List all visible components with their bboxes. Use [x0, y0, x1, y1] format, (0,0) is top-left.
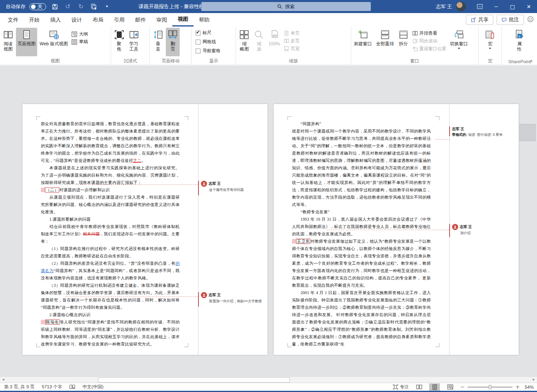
- gridlines-checkbox[interactable]: 网格线: [196, 39, 216, 45]
- thumbnails-button[interactable]: 缩 略图: [237, 28, 251, 56]
- word-count-status[interactable]: 5713 个字: [42, 384, 62, 390]
- maximize-button[interactable]: □: [504, 0, 521, 13]
- scroll-right-icon[interactable]: ►: [532, 378, 535, 381]
- tab-视图[interactable]: 视图: [172, 13, 194, 27]
- paragraph: （二）对课题的进一步理解和认识: [41, 186, 180, 194]
- comment-card[interactable]: 志军 王 加介绍: [452, 224, 517, 235]
- switch-windows-button[interactable]: 切换窗口: [448, 28, 470, 56]
- tracked-change-run: 陈瑞生: [45, 319, 60, 325]
- status-bar: 第 3 页, 共 9 页 5713 个字 中文(中国) 专注 −: [0, 383, 537, 391]
- horizontal-scrollbar[interactable]: ◄ ►: [0, 376, 537, 383]
- focus-icon: [114, 29, 125, 40]
- outline-view-button[interactable]: 大纲: [71, 31, 88, 37]
- new-window-button[interactable]: 新建窗口: [352, 28, 374, 56]
- proofing-status-icon[interactable]: [69, 384, 75, 390]
- page-3-text[interactable]: 群众对高质量教育的需求日益增强，教育信息化逐步普及，基础教育课程改革正在大力推行…: [41, 120, 180, 350]
- scroll-left-icon[interactable]: ◄: [2, 378, 5, 381]
- autosave-toggle-knob: [31, 4, 36, 9]
- collapse-ribbon-icon[interactable]: ∧: [530, 58, 533, 64]
- word-window: 自动保存 关 ↺ ↻ 课题开题报告上传 - 兼容性模式 - 已保存 搜索 志军 …: [0, 0, 537, 392]
- text-run: 。: [141, 158, 145, 163]
- user-name[interactable]: 志军 王: [436, 3, 452, 10]
- draft-view-button[interactable]: 草稿: [71, 39, 88, 45]
- paragraph: 本课题就是在上述的现实背景与实践探索的基础上进行的深化研究。为了进一步明确课题实…: [41, 164, 180, 186]
- text-run: （2）同题异构的差异化还没有完全到位。“异”没有明显的凸显，有: [49, 261, 176, 266]
- tab-帮助[interactable]: 帮助: [194, 13, 215, 27]
- web-layout-view-button[interactable]: [445, 383, 455, 391]
- text-run: 本课题就是在上述的现实背景与实践探索的基础上进行的深化研究。为了进一步明确课题实…: [41, 166, 180, 185]
- search-input[interactable]: 搜索: [201, 2, 371, 11]
- qat-customize-chevron-icon[interactable]: [102, 2, 111, 11]
- paste-icon[interactable]: [89, 2, 98, 11]
- paragraph: “教师专业发展”: [292, 208, 431, 216]
- tab-布局[interactable]: 布局: [87, 13, 109, 27]
- zoom-slider[interactable]: − +: [460, 384, 520, 390]
- ribbon-display-options-icon[interactable]: [472, 0, 488, 13]
- tab-插入[interactable]: 插入: [45, 13, 66, 27]
- macros-button[interactable]: 宏: [483, 28, 497, 56]
- comment-text: 这个编号似乎有些问题: [209, 188, 265, 192]
- tab-文件[interactable]: 文件: [2, 13, 24, 27]
- group-immersive: 聚 焦 学习 工具 沉浸式: [111, 27, 150, 65]
- close-button[interactable]: ✕: [521, 0, 537, 13]
- tab-引用[interactable]: 引用: [109, 13, 130, 27]
- focus-button[interactable]: 聚 焦: [112, 28, 126, 56]
- read-mode-button[interactable]: 阅读 视图: [1, 28, 15, 56]
- web-layout-label: Web 版式视图: [40, 41, 68, 47]
- next-page-sliver: [519, 124, 536, 141]
- autosave-toggle[interactable]: 关: [29, 3, 46, 10]
- autosave-label: 自动保存: [6, 3, 25, 10]
- user-avatar[interactable]: [456, 2, 466, 11]
- crop-mark-icon: [184, 116, 188, 120]
- split-button[interactable]: 拆分: [397, 28, 410, 56]
- zoom-out-icon[interactable]: −: [460, 384, 465, 390]
- properties-button[interactable]: S 属 性: [512, 28, 526, 56]
- vertical-button[interactable]: 垂 直: [151, 28, 165, 56]
- minimize-button[interactable]: ─: [488, 0, 504, 13]
- tab-设计[interactable]: 设计: [66, 13, 87, 27]
- paragraph: 2001 年 4 月 1 日起，国家首次开展全面实施教师资格认定工作，进入实际操…: [292, 289, 431, 348]
- language-status[interactable]: 中文(中国): [82, 384, 103, 390]
- view-side-by-side-button[interactable]: 并排查看: [412, 30, 446, 36]
- undo-icon[interactable]: ↺: [63, 2, 72, 11]
- page-width-label: 页宽: [291, 46, 300, 52]
- page-4[interactable]: “同题异构”就是对同一个课题或同一个教学内容，采用不同的教学设计、不同的教学风格…: [274, 104, 519, 355]
- zoom-slider-track[interactable]: [468, 387, 512, 388]
- share-button[interactable]: 共享: [466, 15, 493, 25]
- paragraph: 从课题立项到现在，我们对该课题进行了深入思考，特别是在课题研究所要解决的问题、核…: [41, 194, 180, 216]
- print-layout-button[interactable]: 页面视图: [16, 28, 37, 56]
- focus-mode-button[interactable]: 专注: [393, 384, 409, 390]
- learning-tools-button[interactable]: 学习 工具: [127, 28, 141, 56]
- side-to-side-button[interactable]: 翻 页: [166, 28, 180, 56]
- multi-page-icon: [284, 38, 289, 44]
- print-layout-view-button[interactable]: [429, 383, 440, 391]
- zoom-in-icon[interactable]: +: [515, 384, 520, 390]
- document-canvas[interactable]: 群众对高质量教育的需求日益增强，教育信息化逐步普及，基础教育课程改革正在大力推行…: [0, 66, 537, 383]
- print-layout-icon: [21, 29, 32, 40]
- zoom-percent[interactable]: 54%: [525, 385, 534, 390]
- read-mode-view-button[interactable]: [414, 383, 424, 391]
- page-number-status[interactable]: 第 3 页, 共 9 页: [4, 384, 35, 390]
- arrange-all-button[interactable]: 全部重排: [374, 28, 396, 56]
- nav-pane-checkbox[interactable]: 导航窗格: [196, 48, 221, 54]
- tab-审阅[interactable]: 审阅: [151, 13, 172, 27]
- ruler-checkbox[interactable]: 标尺: [196, 30, 212, 36]
- comment-card[interactable]: 志军 王 这个编号似乎有些问题: [201, 181, 265, 192]
- feedback-smiley-icon[interactable]: [527, 16, 534, 24]
- web-layout-button[interactable]: Web 版式视图: [38, 28, 69, 56]
- tab-开始[interactable]: 开始: [24, 13, 45, 27]
- group-show: 标尺 网格线 导航窗格 显示: [192, 27, 236, 65]
- group-window: 新建窗口 全部重排 拆分 并排查看 同步滚: [351, 27, 479, 65]
- tab-邮件[interactable]: 邮件: [130, 13, 151, 27]
- comments-button[interactable]: 批注: [497, 15, 524, 25]
- save-icon[interactable]: [50, 2, 59, 11]
- redo-icon[interactable]: ↻: [76, 2, 85, 11]
- group-zoom: 缩 略图 缩 放 100 100% 单页 多: [236, 27, 351, 65]
- text-run: 对课题的进一步理解和认识: [59, 188, 110, 192]
- horizontal-scrollbar-thumb[interactable]: [98, 377, 290, 383]
- comment-card[interactable]: 志军 王 前面加一些介绍，例如××大学教授: [201, 292, 265, 303]
- page-3[interactable]: 群众对高质量教育的需求日益增强，教育信息化逐步普及，基础教育课程改革正在大力推行…: [22, 104, 267, 355]
- zoom-slider-thumb[interactable]: [489, 385, 491, 389]
- format-change-card[interactable]: 志军 王 带格式的: 缩进: 首行缩进: 0 厘米: [452, 126, 524, 137]
- page-4-text[interactable]: “同题异构”就是对同一个课题或同一个教学内容，采用不同的教学设计、不同的教学风格…: [292, 120, 431, 350]
